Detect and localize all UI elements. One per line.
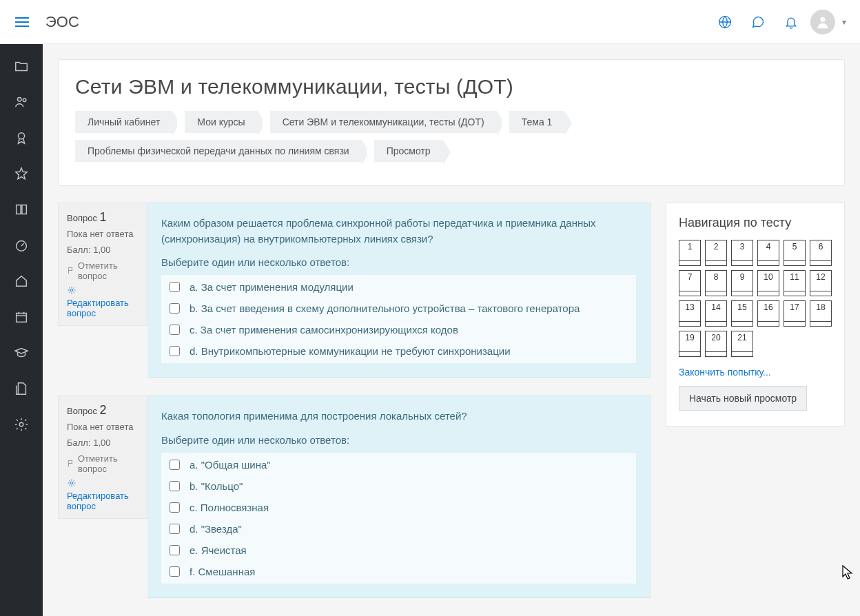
flag-question-link[interactable]: Отметить вопрос xyxy=(67,260,139,281)
svg-point-2 xyxy=(18,98,22,102)
question-text: Каким образом решается проблема синхронн… xyxy=(161,216,636,247)
answer-label: c. За счет применения самосинхронизирующ… xyxy=(190,324,458,336)
sidebar-item-dashboard[interactable] xyxy=(13,237,30,254)
svg-point-5 xyxy=(17,241,27,251)
quiz-nav-cell[interactable]: 8 xyxy=(705,270,727,296)
answer-label: d. Внутрикомпьютерные коммуникации не тр… xyxy=(190,345,511,357)
quiz-nav-cell[interactable]: 20 xyxy=(705,331,727,357)
user-avatar[interactable] xyxy=(810,10,835,34)
flag-icon xyxy=(67,459,75,469)
answer-checkbox[interactable] xyxy=(170,346,180,356)
menu-toggle[interactable] xyxy=(6,6,39,39)
quiz-nav-cell[interactable]: 21 xyxy=(731,331,753,357)
quiz-nav-cell[interactable]: 17 xyxy=(784,300,806,327)
quiz-nav-cell[interactable]: 12 xyxy=(810,270,832,296)
sidebar-item-files[interactable] xyxy=(13,380,30,397)
quiz-nav-cell[interactable]: 5 xyxy=(784,240,806,266)
question-score: Балл: 1,00 xyxy=(67,245,139,256)
question-block: Вопрос 2Пока нет ответаБалл: 1,00Отметит… xyxy=(58,396,651,598)
breadcrumb-item[interactable]: Проблемы физической передачи данных по л… xyxy=(75,140,362,162)
answer-checkbox[interactable] xyxy=(170,481,180,491)
quiz-nav-cell[interactable]: 15 xyxy=(731,300,753,327)
flag-question-link[interactable]: Отметить вопрос xyxy=(67,453,139,474)
quiz-nav-cell[interactable]: 16 xyxy=(757,300,779,327)
answer-checkbox[interactable] xyxy=(170,303,180,314)
questions-column: Вопрос 1Пока нет ответаБалл: 1,00Отметит… xyxy=(58,203,651,598)
quiz-nav-cell[interactable]: 7 xyxy=(679,270,701,296)
quiz-nav-cell[interactable]: 3 xyxy=(731,240,753,266)
sidebar-item-home[interactable] xyxy=(13,273,30,289)
dashboard-icon xyxy=(14,238,29,253)
quiz-nav-box: Навигация по тесту 123456789101112131415… xyxy=(666,203,845,427)
sidebar-item-star[interactable] xyxy=(13,165,30,182)
breadcrumb-item[interactable]: Тема 1 xyxy=(509,111,565,133)
answer-prompt: Выберите один или несколько ответов: xyxy=(161,434,636,446)
breadcrumb-item[interactable]: Сети ЭВМ и телекоммуникации, тесты (ДОТ) xyxy=(270,111,497,133)
page-header: Сети ЭВМ и телекоммуникации, тесты (ДОТ)… xyxy=(58,59,845,186)
sidebar-item-calendar[interactable] xyxy=(13,309,30,325)
breadcrumb-item[interactable]: Просмотр xyxy=(374,140,443,162)
answer-label: c. Полносвязная xyxy=(190,502,269,513)
quiz-nav-cell[interactable]: 9 xyxy=(731,270,753,296)
quiz-nav-cell[interactable]: 14 xyxy=(705,300,727,327)
breadcrumb-item[interactable]: Личный кабинет xyxy=(75,111,172,133)
sidebar-item-badge[interactable] xyxy=(13,130,30,146)
sidebar-item-graduation[interactable] xyxy=(13,345,30,361)
messages-button[interactable] xyxy=(744,8,772,36)
sidebar-item-book[interactable] xyxy=(13,201,30,218)
language-button[interactable] xyxy=(711,8,739,36)
answer-checkbox[interactable] xyxy=(170,566,180,577)
sidebar-item-folder[interactable] xyxy=(13,58,30,74)
answer-checkbox[interactable] xyxy=(170,325,180,335)
quiz-nav-cell[interactable]: 13 xyxy=(679,300,701,327)
quiz-nav-cell[interactable]: 1 xyxy=(679,240,701,266)
quiz-nav-cell[interactable]: 11 xyxy=(784,270,806,296)
svg-point-4 xyxy=(18,133,24,139)
question-content: Какая топология применима для построения… xyxy=(147,396,651,598)
new-preview-button[interactable]: Начать новый просмотр xyxy=(679,386,807,411)
quiz-nav-cell[interactable]: 18 xyxy=(810,300,832,327)
quiz-nav-cell[interactable]: 4 xyxy=(757,240,779,266)
quiz-nav-cell[interactable]: 6 xyxy=(810,240,832,266)
sidebar-item-users[interactable] xyxy=(13,94,30,110)
answer-row: c. За счет применения самосинхронизирующ… xyxy=(161,319,636,340)
edit-question-link[interactable]: Редактировать вопрос xyxy=(67,478,139,511)
edit-question-link[interactable]: Редактировать вопрос xyxy=(67,285,139,318)
question-number-line: Вопрос 1 xyxy=(67,210,139,225)
answer-row: b. "Кольцо" xyxy=(161,475,636,497)
calendar-icon xyxy=(14,309,29,325)
sidebar-item-settings[interactable] xyxy=(13,416,30,433)
question-block: Вопрос 1Пока нет ответаБалл: 1,00Отметит… xyxy=(58,203,651,378)
globe-icon xyxy=(718,15,732,29)
answer-checkbox[interactable] xyxy=(170,282,180,292)
users-icon xyxy=(14,94,29,110)
star-icon xyxy=(14,166,29,181)
svg-rect-6 xyxy=(17,314,27,322)
quiz-nav-cell[interactable]: 19 xyxy=(679,331,701,357)
answer-label: b. За счет введения в схему дополнительн… xyxy=(190,302,580,314)
answer-checkbox[interactable] xyxy=(170,502,180,513)
book-icon xyxy=(14,202,29,217)
brand-title: ЭОС xyxy=(45,13,79,31)
left-sidebar xyxy=(0,44,43,616)
answer-checkbox[interactable] xyxy=(170,545,180,555)
user-menu-toggle[interactable]: ▾ xyxy=(842,17,846,27)
answer-checkbox[interactable] xyxy=(170,460,180,470)
bell-icon xyxy=(784,15,798,29)
answer-checkbox[interactable] xyxy=(170,524,180,534)
answer-row: a. "Общая шина" xyxy=(161,454,636,475)
svg-point-7 xyxy=(19,422,23,427)
files-icon xyxy=(14,381,29,396)
main-content: Сети ЭВМ и телекоммуникации, тесты (ДОТ)… xyxy=(43,44,860,616)
finish-attempt-link[interactable]: Закончить попытку... xyxy=(679,367,832,378)
avatar-icon xyxy=(815,14,830,30)
answer-label: f. Смешанная xyxy=(190,566,255,577)
breadcrumb-item[interactable]: Мои курсы xyxy=(185,111,257,133)
answer-row: d. Внутрикомпьютерные коммуникации не тр… xyxy=(161,340,636,362)
answer-prompt: Выберите один или несколько ответов: xyxy=(161,256,636,268)
topbar-actions: ▾ xyxy=(711,8,854,36)
notifications-button[interactable] xyxy=(777,8,805,36)
quiz-nav-cell[interactable]: 2 xyxy=(705,240,727,266)
quiz-nav-cell[interactable]: 10 xyxy=(757,270,779,296)
answer-label: d. "Звезда" xyxy=(190,523,242,535)
